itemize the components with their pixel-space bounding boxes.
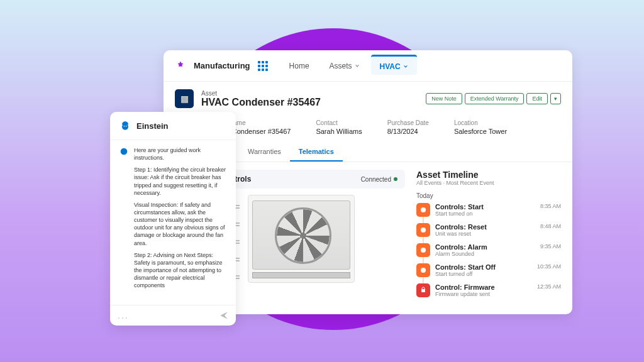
field-purchase-date: Purchase Date8/13/2024 xyxy=(387,119,429,135)
einstein-icon xyxy=(119,119,131,132)
field-label: Contact xyxy=(316,119,362,126)
nav-tabs: Home Assets HVAC xyxy=(280,57,417,75)
timeline-item[interactable]: Controls: StartStart turned on8:35 AM xyxy=(416,203,561,217)
asset-type-icon: ▦ xyxy=(175,89,194,108)
manufacturing-icon xyxy=(175,60,186,72)
event-desc: Start turned off xyxy=(435,271,532,277)
control-icon xyxy=(416,223,430,237)
svg-point-9 xyxy=(121,148,128,155)
asset-title: HVAC Condenser #35467 xyxy=(201,97,321,108)
event-time: 8:35 AM xyxy=(540,203,561,209)
einstein-panel: Einstein Here are your guided work instr… xyxy=(110,112,236,326)
app-launcher-icon[interactable] xyxy=(258,61,268,71)
nav-home-label: Home xyxy=(289,62,309,70)
event-desc: Unit was reset xyxy=(435,231,535,237)
svg-rect-5 xyxy=(421,289,425,292)
svg-point-3 xyxy=(421,248,426,253)
controls-body xyxy=(213,195,405,283)
asset-label: Asset xyxy=(201,90,321,97)
einstein-intro: Here are your guided work instructions. xyxy=(134,146,227,162)
edit-button[interactable]: Edit xyxy=(526,93,548,104)
hvac-housing xyxy=(252,200,350,270)
top-navigation-bar: Manufacturing Home Assets HVAC xyxy=(164,50,572,82)
field-value: Salesforce Tower xyxy=(454,128,507,135)
event-time: 10:35 AM xyxy=(537,263,561,270)
event-name: Controls: Reset xyxy=(435,223,535,231)
timeline-item[interactable]: Control: FirmwareFirmware update sent12:… xyxy=(416,283,561,297)
einstein-header: Einstein xyxy=(110,112,236,140)
einstein-input-bar[interactable]: ... xyxy=(110,305,236,326)
svg-point-4 xyxy=(421,268,426,273)
control-icon xyxy=(416,263,430,277)
nav-hvac-label: HVAC xyxy=(380,62,401,71)
svg-point-0 xyxy=(179,63,182,67)
header-actions: New Note Extended Warranty Edit ▾ xyxy=(426,93,561,104)
control-icon xyxy=(416,243,430,257)
event-time: 12:35 AM xyxy=(537,283,561,290)
event-desc: Alarm Sounded xyxy=(435,251,535,257)
event-time: 9:35 AM xyxy=(540,243,561,250)
field-value: 8/13/2024 xyxy=(387,128,429,135)
send-icon[interactable] xyxy=(219,311,228,320)
svg-point-8 xyxy=(126,126,127,127)
einstein-step1: Step 1: Identifying the circuit breaker … xyxy=(134,166,227,197)
control-icon xyxy=(416,203,430,217)
einstein-step2: Step 2: Advising on Next Steps: Safety i… xyxy=(134,251,227,290)
einstein-title: Einstein xyxy=(136,121,169,131)
hvac-base xyxy=(252,272,350,278)
asset-header: ▦ Asset HVAC Condenser #35467 New Note E… xyxy=(164,82,572,116)
event-name: Controls: Alarm xyxy=(435,243,535,251)
app-name: Manufacturing xyxy=(194,61,250,70)
nav-home[interactable]: Home xyxy=(280,57,318,75)
event-name: Controls: Start xyxy=(435,203,535,211)
event-name: Controls: Start Off xyxy=(435,263,532,271)
einstein-visual: Visual Inspection: If safety and circums… xyxy=(134,201,227,247)
timeline-today-label: Today xyxy=(416,192,561,199)
asset-timeline-panel: Asset Timeline All Events · Most Recent … xyxy=(416,170,561,304)
status-dot-icon xyxy=(394,177,397,181)
tab-telematics[interactable]: Telematics xyxy=(290,143,343,162)
event-name: Control: Firmware xyxy=(435,283,532,291)
svg-point-7 xyxy=(124,126,125,127)
einstein-message: Here are your guided work instructions. … xyxy=(134,146,227,299)
timeline-item[interactable]: Controls: ResetUnit was reset8:48 AM xyxy=(416,223,561,237)
event-time: 8:48 AM xyxy=(540,223,561,229)
field-value: Sarah Williams xyxy=(316,128,362,135)
connection-label: Connected xyxy=(361,176,391,183)
einstein-body: Here are your guided work instructions. … xyxy=(110,140,236,305)
svg-point-2 xyxy=(421,228,426,233)
field-label: Purchase Date xyxy=(387,119,429,126)
event-desc: Firmware update sent xyxy=(435,291,532,297)
extended-warranty-button[interactable]: Extended Warranty xyxy=(465,93,525,104)
nav-assets[interactable]: Assets xyxy=(321,57,369,75)
tab-warranties[interactable]: Warranties xyxy=(239,143,290,162)
field-location: LocationSalesforce Tower xyxy=(454,119,507,135)
timeline-subtitle: All Events · Most Recent Event xyxy=(416,180,561,186)
nav-assets-label: Assets xyxy=(330,62,352,70)
svg-point-1 xyxy=(421,207,426,212)
detail-tabs: Warranties Telematics xyxy=(201,143,572,162)
chevron-down-icon xyxy=(403,64,408,69)
timeline-item[interactable]: Controls: Start OffStart turned off10:35… xyxy=(416,263,561,277)
timeline-item[interactable]: Controls: AlarmAlarm Sounded9:35 AM xyxy=(416,243,561,257)
connection-status: Connected xyxy=(361,176,397,183)
einstein-placeholder: ... xyxy=(118,310,129,321)
new-note-button[interactable]: New Note xyxy=(426,93,462,104)
einstein-avatar-icon xyxy=(119,146,129,156)
timeline-title: Asset Timeline xyxy=(416,170,561,180)
firmware-icon xyxy=(416,283,430,297)
controls-header: Controls Connected xyxy=(213,170,405,189)
nav-hvac[interactable]: HVAC xyxy=(371,55,417,75)
field-label: Location xyxy=(454,119,507,126)
hvac-unit-image xyxy=(248,195,355,283)
hvac-fan-icon xyxy=(275,207,331,264)
chevron-down-icon xyxy=(355,63,360,69)
event-desc: Start turned on xyxy=(435,211,535,217)
field-contact: ContactSarah Williams xyxy=(316,119,362,135)
more-actions-button[interactable]: ▾ xyxy=(550,93,561,104)
